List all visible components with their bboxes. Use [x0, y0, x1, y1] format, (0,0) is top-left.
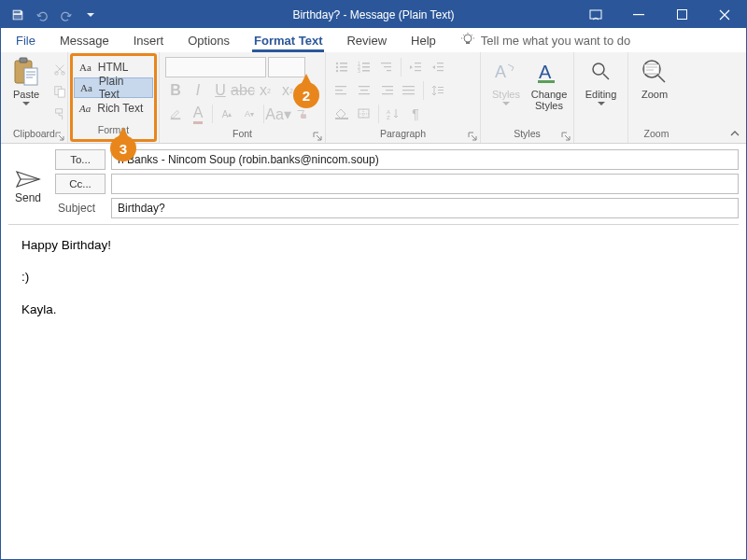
- svg-rect-30: [415, 66, 421, 67]
- group-zoom: Zoom Zoom: [628, 52, 684, 143]
- svg-rect-23: [362, 66, 370, 68]
- callout-2: 2: [293, 82, 319, 108]
- format-rich-label: Rich Text: [97, 102, 143, 115]
- tab-message[interactable]: Message: [58, 30, 111, 52]
- svg-rect-27: [384, 66, 391, 67]
- decrease-indent-icon[interactable]: [405, 57, 426, 77]
- chevron-down-icon: [22, 102, 30, 105]
- increase-indent-icon[interactable]: [428, 57, 448, 77]
- group-font-label: Font: [165, 127, 319, 142]
- cut-icon[interactable]: [49, 59, 70, 79]
- format-rich-text-button[interactable]: AaRich Text: [74, 98, 153, 119]
- font-name-combo[interactable]: [165, 57, 266, 77]
- redo-icon[interactable]: [55, 4, 78, 26]
- sort-icon[interactable]: AZ: [383, 104, 403, 124]
- send-button[interactable]: Send: [7, 149, 49, 218]
- chevron-down-icon: [598, 102, 605, 105]
- close-icon[interactable]: [703, 1, 746, 28]
- group-editing-label: [580, 127, 622, 142]
- svg-rect-37: [335, 93, 346, 94]
- svg-text:3: 3: [358, 68, 360, 73]
- bold-icon[interactable]: B: [165, 80, 186, 101]
- svg-rect-44: [402, 86, 415, 87]
- shrink-font-icon[interactable]: A▾: [239, 104, 260, 124]
- zoom-button[interactable]: Zoom: [634, 55, 675, 102]
- italic-icon[interactable]: I: [188, 80, 208, 101]
- format-html-label: HTML: [98, 61, 129, 74]
- shading-icon[interactable]: [331, 104, 352, 124]
- strikethrough-icon[interactable]: abc: [233, 80, 253, 101]
- undo-icon[interactable]: [31, 4, 53, 26]
- borders-icon[interactable]: [354, 104, 374, 124]
- multilevel-list-icon[interactable]: [376, 57, 397, 77]
- cc-button[interactable]: Cc...: [55, 174, 106, 194]
- highlight-icon[interactable]: [165, 104, 186, 124]
- tab-review[interactable]: Review: [345, 30, 388, 52]
- styles-label: Styles: [492, 89, 520, 100]
- show-marks-icon[interactable]: ¶: [405, 104, 426, 124]
- subject-field[interactable]: Birthday?: [111, 198, 739, 218]
- svg-rect-33: [437, 66, 444, 67]
- editing-button[interactable]: Editing: [580, 55, 622, 107]
- font-color-icon[interactable]: A: [188, 104, 208, 124]
- line-spacing-icon[interactable]: [428, 80, 448, 101]
- chevron-down-icon: [502, 102, 510, 105]
- align-right-icon[interactable]: [376, 80, 397, 101]
- svg-text:A: A: [495, 63, 506, 81]
- ribbon: Paste Clipboard AaHTML AaPlain Text AaRi…: [1, 52, 746, 144]
- font-size-combo[interactable]: [268, 57, 305, 77]
- save-icon[interactable]: [7, 4, 29, 26]
- cc-field[interactable]: [111, 174, 739, 194]
- svg-point-57: [593, 63, 604, 75]
- tab-file[interactable]: File: [14, 30, 37, 52]
- maximize-icon[interactable]: [660, 1, 703, 28]
- tab-options[interactable]: Options: [186, 30, 232, 52]
- to-field[interactable]: n Banks - Nincom Soup (robin.banks@ninco…: [111, 149, 739, 170]
- paste-button[interactable]: Paste: [7, 55, 46, 107]
- qat-dropdown-icon[interactable]: [79, 4, 102, 26]
- numbering-icon[interactable]: 123: [354, 57, 374, 77]
- svg-rect-2: [677, 10, 686, 20]
- align-left-icon[interactable]: [331, 80, 352, 101]
- ribbon-tabs: File Message Insert Options Format Text …: [1, 28, 746, 52]
- svg-rect-25: [362, 70, 370, 72]
- justify-icon[interactable]: [399, 80, 419, 101]
- svg-rect-28: [387, 70, 391, 71]
- to-button[interactable]: To...: [55, 149, 106, 170]
- ribbon-display-icon[interactable]: [574, 1, 617, 28]
- dialog-launcher-icon[interactable]: [560, 131, 571, 142]
- collapse-ribbon-icon[interactable]: [729, 128, 740, 139]
- subscript-icon[interactable]: x2: [255, 80, 275, 101]
- format-painter-icon[interactable]: [49, 104, 70, 124]
- send-label: Send: [15, 191, 41, 204]
- tab-format-text[interactable]: Format Text: [252, 30, 324, 52]
- minimize-icon[interactable]: [617, 1, 660, 28]
- tell-me[interactable]: Tell me what you want to do: [458, 29, 632, 52]
- group-zoom-label: Zoom: [634, 127, 679, 142]
- dialog-launcher-icon[interactable]: [54, 131, 65, 142]
- svg-rect-36: [335, 90, 343, 91]
- format-plain-text-button[interactable]: AaPlain Text: [74, 77, 153, 98]
- tab-help[interactable]: Help: [409, 30, 438, 52]
- tab-insert[interactable]: Insert: [132, 30, 166, 52]
- underline-icon[interactable]: U: [210, 80, 231, 101]
- styles-button[interactable]: A Styles: [486, 55, 526, 107]
- change-styles-button[interactable]: A Change Styles: [529, 55, 569, 113]
- dialog-launcher-icon[interactable]: [312, 131, 323, 142]
- message-body[interactable]: Happy Birthday! :) Kayla.: [8, 224, 739, 541]
- svg-rect-34: [437, 70, 444, 71]
- svg-rect-6: [24, 68, 37, 85]
- dialog-launcher-icon[interactable]: [467, 131, 478, 142]
- subject-label: Subject: [55, 202, 106, 215]
- change-styles-label: Change Styles: [531, 89, 568, 111]
- change-styles-icon: A: [534, 57, 564, 87]
- svg-rect-31: [415, 70, 421, 71]
- copy-icon[interactable]: [49, 81, 70, 102]
- svg-rect-56: [538, 80, 555, 83]
- change-case-icon[interactable]: Aa▾: [268, 104, 289, 124]
- svg-rect-19: [340, 70, 347, 72]
- bullets-icon[interactable]: [331, 57, 352, 77]
- align-center-icon[interactable]: [354, 80, 374, 101]
- svg-text:A: A: [539, 62, 552, 82]
- grow-font-icon[interactable]: A▴: [217, 104, 237, 124]
